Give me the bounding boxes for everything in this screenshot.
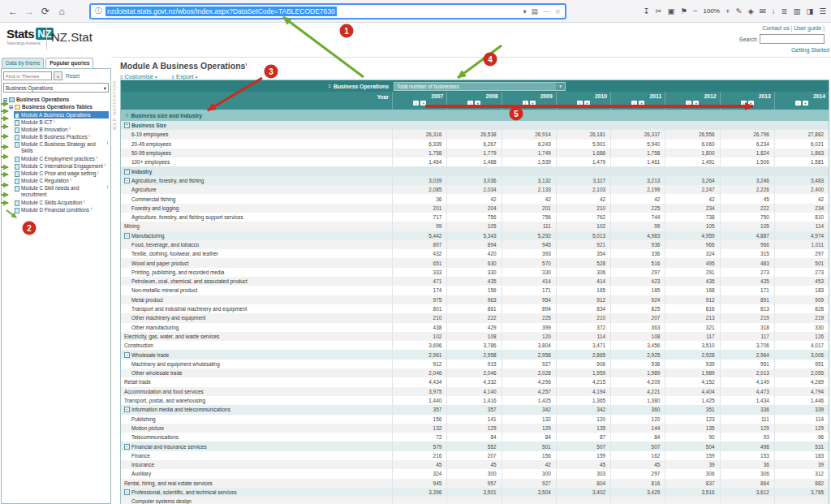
table-row[interactable]: Computer systems design (121, 497, 829, 504)
table-row[interactable]: Petroleum, coal, chemical, and associate… (121, 277, 829, 286)
info-superscript[interactable]: i (91, 207, 92, 211)
column-info-icon[interactable]: i (413, 101, 419, 106)
table-row[interactable]: Food, beverage, and tobacco8978949459219… (121, 240, 829, 249)
year-column-header[interactable]: 2014i▾ (774, 92, 829, 110)
sidebar-item[interactable]: Module C International Engagementi (14, 162, 109, 170)
table-row[interactable]: Auxiliary324300300303297306306312 (121, 469, 829, 478)
sidebar-item[interactable]: Module C Skill needs and recruitmenti (14, 185, 109, 199)
info-superscript[interactable]: i (93, 112, 93, 116)
table-row[interactable]: Transport, postal, and warehousing1,4401… (121, 396, 829, 405)
row-dimension-header[interactable]: ≡ Business size and Industry (121, 110, 829, 121)
table-row[interactable]: Electricity, gas, water, and waste servi… (121, 332, 829, 341)
find-in-themes-input[interactable] (3, 71, 52, 80)
column-options-icon[interactable]: ▾ (693, 101, 699, 106)
mail-icon[interactable]: ✉ (760, 6, 766, 15)
save-page-icon[interactable]: ↧ (643, 6, 649, 15)
info-superscript[interactable]: i (54, 119, 55, 123)
home-icon[interactable]: ⌂ (54, 3, 70, 19)
table-row[interactable]: Finance216207156159162159153183 (121, 451, 829, 460)
sidebar-item[interactable]: Module C Business Strategy and Skillsi (14, 141, 109, 155)
menu-icon[interactable]: ☰ (819, 6, 826, 15)
sidebar-item[interactable]: Module D Financial conditionsi (14, 206, 109, 213)
table-row[interactable]: Telecommunications7284848784909396 (121, 433, 829, 442)
flag-icon[interactable]: ⚑ (680, 6, 687, 15)
bookmark-star-icon[interactable]: ☆ (554, 7, 561, 15)
table-row[interactable]: Other manufacturing438429399372363321318… (121, 323, 829, 332)
collapse-icon[interactable]: − (124, 169, 130, 174)
table-row[interactable]: Mining9910511110299105105114 (121, 222, 829, 230)
year-column-header[interactable]: 2013i▾ (720, 92, 774, 110)
sidebar-item[interactable]: Module B ICTi (14, 118, 109, 126)
info-superscript[interactable]: i (97, 170, 98, 174)
table-row[interactable]: 100+ employees1,4641,4881,5391,4791,4611… (121, 157, 829, 166)
info-superscript[interactable]: i (107, 185, 108, 189)
table-row[interactable]: Insurance4545424545393639 (121, 460, 829, 469)
table-row[interactable]: 50-99 employees1,7581,7791,7491,6861,758… (121, 149, 829, 157)
table-row[interactable]: −Business Size (121, 121, 829, 130)
table-row[interactable]: Other wholesale trade2,0462,0462,0281,95… (121, 368, 829, 377)
table-row[interactable]: Printing, publishing, and recorded media… (121, 268, 829, 277)
tab-popular-queries[interactable]: Popular queries (45, 58, 93, 68)
column-options-icon[interactable]: ▾ (584, 101, 590, 106)
column-options-icon[interactable]: ▾ (420, 101, 426, 106)
column-info-icon[interactable]: i (741, 101, 747, 106)
table-row[interactable]: Wood and paper product651630570528516495… (121, 258, 829, 267)
copy-icon[interactable]: ▣ (667, 6, 674, 15)
library-icon[interactable]: ≣ (781, 6, 788, 15)
collapse-icon[interactable]: − (124, 178, 130, 183)
sidebar-item[interactable]: Module C Price and wage settingi (14, 170, 109, 177)
back-icon[interactable]: ← (5, 3, 21, 19)
sidebar-item[interactable]: Module B Innovationi (14, 126, 109, 133)
dimension-menu-icon[interactable]: ≡ (328, 84, 331, 88)
info-superscript[interactable]: i (97, 156, 97, 160)
table-row[interactable]: Agriculture2,0852,0342,1332,1032,1992,24… (121, 185, 829, 194)
year-column-header[interactable]: 2010i▾ (556, 92, 610, 110)
chevron-down-icon[interactable]: ▾ (523, 7, 527, 15)
table-row[interactable]: Commercial fishing3642424242424542 (121, 194, 829, 203)
collapse-icon[interactable]: ⊟ (9, 104, 13, 110)
column-options-icon[interactable]: ▾ (530, 101, 536, 106)
table-row[interactable]: Metal product975963954912924912891909 (121, 295, 829, 304)
reading-list-icon[interactable]: ▥ (794, 6, 801, 15)
getting-started-link[interactable]: Getting Started (791, 47, 829, 53)
collapse-icon[interactable]: − (124, 489, 130, 495)
info-superscript[interactable]: i (71, 178, 71, 182)
year-column-header[interactable]: 2012i▾ (665, 92, 719, 110)
reader-mode-icon[interactable]: ▤ (532, 7, 538, 15)
zoom-level[interactable]: 100% (704, 7, 720, 15)
table-row[interactable]: −Agriculture, forestry, and fishing3,039… (121, 176, 829, 185)
table-row[interactable]: −Manufacturing5,4425,3435,2925,0134,9834… (121, 231, 829, 240)
address-bar[interactable]: ⓘ nzdotstat.stats.govt.nz/wbos/Index.asp… (89, 3, 566, 19)
zoom-in-button[interactable]: + (726, 6, 730, 15)
tree-folder-business-operations-tables[interactable]: ⊟ Business Operations Tables (9, 103, 109, 110)
sidebar-item[interactable]: Module C Employment practicesi (14, 155, 109, 162)
sidebar-toggle-icon[interactable]: ◨ (806, 6, 813, 15)
table-row[interactable]: Publishing156141132120120123111114 (121, 415, 829, 424)
column-info-icon[interactable]: i (795, 101, 801, 106)
info-superscript[interactable]: i (84, 200, 84, 204)
table-row[interactable]: −Industry (121, 166, 829, 175)
shield-icon[interactable]: ◈ (748, 6, 754, 15)
table-row[interactable]: Machinery and equipment wholesaling91291… (121, 360, 829, 368)
tab-data-by-theme[interactable]: Data by theme (2, 58, 44, 68)
column-options-icon[interactable]: ▾ (748, 101, 754, 106)
column-info-icon[interactable]: i (631, 101, 637, 106)
downloads-icon[interactable]: ↓ (772, 6, 776, 15)
contact-us-link[interactable]: Contact us (762, 25, 789, 31)
tree-root-business-operations[interactable]: ⊟ Business Operations (3, 96, 109, 103)
collapse-icon[interactable]: − (124, 444, 130, 450)
table-row[interactable]: 6-19 employees26,31626,53826,91426,18126… (121, 130, 829, 139)
user-guide-link[interactable]: User guide (794, 25, 821, 31)
year-column-header[interactable]: 2008i▾ (446, 92, 501, 110)
collapse-icon[interactable]: ⊟ (3, 97, 7, 102)
table-row[interactable]: Construction3,6963,7863,8043,4713,4563,5… (121, 341, 829, 350)
table-row[interactable]: Non-metallic mineral product174156171165… (121, 286, 829, 295)
info-superscript[interactable]: i (89, 134, 90, 138)
table-row[interactable]: Transport and industrial machinery and e… (121, 304, 829, 313)
dimension-header[interactable]: ≡ Business Operations (121, 84, 392, 89)
info-superscript[interactable]: i (107, 141, 108, 145)
column-info-icon[interactable]: i (686, 101, 691, 106)
year-column-header[interactable]: 2011i▾ (610, 92, 665, 110)
reset-link[interactable]: Reset (66, 73, 80, 79)
site-info-icon[interactable]: ⓘ (95, 6, 102, 16)
